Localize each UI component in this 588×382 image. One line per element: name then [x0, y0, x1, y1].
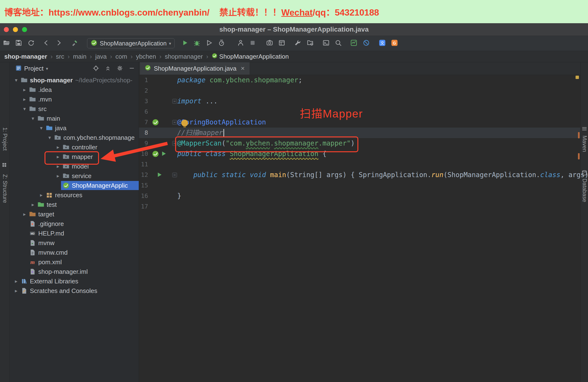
tree-row-test[interactable]: ▸test	[10, 200, 139, 209]
project-view-selector[interactable]: Project	[24, 65, 43, 72]
gutter[interactable]: 17	[139, 201, 177, 212]
tree-row-shopmanagerapplic[interactable]: ShopManagerApplic	[10, 181, 139, 190]
gutter[interactable]: 12−	[139, 170, 177, 180]
tree-row-pom-xml[interactable]: mpom.xml	[10, 257, 139, 267]
tree-row-com-ybchen-shopmanage[interactable]: ▾com.ybchen.shopmanage	[10, 133, 139, 142]
tool-window-button-maven[interactable]: Maven	[581, 135, 588, 152]
breadcrumb-item-src[interactable]: src	[56, 53, 64, 60]
run-configuration-selector[interactable]: ShopManagerApplication▾	[87, 38, 175, 48]
chevron-right-icon[interactable]: ▸	[20, 211, 29, 217]
project-structure-button[interactable]	[307, 40, 314, 47]
run-button[interactable]	[181, 40, 189, 47]
chevron-down-icon[interactable]: ▾	[37, 125, 45, 131]
gutter[interactable]: 9−	[139, 138, 177, 149]
chevron-down-icon[interactable]: ▾	[12, 77, 20, 83]
gutter[interactable]: 3−	[139, 96, 177, 107]
chevron-right-icon[interactable]: ▸	[54, 163, 62, 169]
hide-panel-button[interactable]	[129, 65, 135, 72]
chevron-down-icon[interactable]: ▾	[20, 106, 29, 112]
fold-marker-icon[interactable]: −	[172, 120, 177, 125]
gutter[interactable]: 11	[139, 159, 177, 170]
code-line-9[interactable]: 9−@MapperScan("com.ybchen.shopmanager.ma…	[139, 138, 580, 149]
layout-button[interactable]	[278, 40, 286, 47]
breadcrumb-item-shop-manager[interactable]: shop-manager	[4, 53, 47, 60]
close-tab-icon[interactable]: ×	[241, 65, 245, 72]
fold-marker-icon[interactable]: −	[172, 141, 177, 146]
gutter[interactable]: 16	[139, 191, 177, 201]
coverage-button[interactable]	[205, 40, 213, 47]
tree-row--idea[interactable]: ▸.idea	[10, 85, 139, 94]
gutter[interactable]: 10	[139, 149, 177, 159]
zoom-button[interactable]	[22, 27, 27, 32]
capture-button[interactable]	[266, 40, 273, 47]
chevron-right-icon[interactable]: ▸	[12, 278, 20, 284]
tool-window-button-z-structure[interactable]: Z: Structure	[2, 174, 8, 203]
tool-window-button-1-project[interactable]: 1: Project	[2, 127, 8, 151]
breadcrumb-item-shopmanagerapplication[interactable]: ShopManagerApplication	[212, 53, 289, 60]
tree-row-target[interactable]: ▸target	[10, 209, 139, 219]
code-line-7[interactable]: 7−@SpringBootApplication	[139, 117, 580, 128]
search-button[interactable]	[335, 40, 342, 47]
chevron-right-icon[interactable]: ▸	[29, 202, 37, 207]
code-line-8[interactable]: 8//扫描mapper	[139, 128, 580, 138]
tree-row-model[interactable]: ▸model	[10, 161, 139, 171]
back-button[interactable]	[42, 40, 50, 47]
save-button[interactable]	[15, 40, 22, 47]
tree-row-main[interactable]: ▾main	[10, 114, 139, 123]
chevron-right-icon[interactable]: ▸	[37, 192, 45, 198]
code-line-10[interactable]: 10public class ShopManagerApplication {	[139, 149, 580, 159]
code-line-12[interactable]: 12− public static void main(String[] arg…	[139, 170, 580, 180]
gutter[interactable]: 2	[139, 86, 177, 96]
menu-icon[interactable]	[582, 126, 587, 133]
code-line-2[interactable]: 2	[139, 86, 580, 96]
breadcrumb-item-ybchen[interactable]: ybchen	[136, 53, 156, 60]
ban-button[interactable]	[362, 40, 370, 47]
tree-row-src[interactable]: ▾src	[10, 104, 139, 114]
translate-button[interactable]: 文	[378, 40, 386, 47]
tree-row-controller[interactable]: ▸controller	[10, 142, 139, 152]
code-line-17[interactable]: 17	[139, 201, 580, 212]
breadcrumb-item-shopmanager[interactable]: shopmanager	[165, 53, 203, 60]
code-line-3[interactable]: 3−import ...	[139, 96, 580, 107]
code-editor[interactable]: 1package com.ybchen.shopmanager;23−impor…	[139, 75, 580, 382]
close-button[interactable]	[4, 27, 9, 32]
code-line-16[interactable]: 16}	[139, 191, 580, 201]
build-button[interactable]	[71, 40, 79, 47]
gear-icon[interactable]	[117, 65, 123, 72]
chevron-right-icon[interactable]: ▸	[54, 154, 62, 160]
open-button[interactable]	[3, 40, 10, 47]
tool-window-button-database[interactable]: Database	[581, 179, 588, 202]
run-anything-button[interactable]	[237, 40, 245, 47]
run-gutter-icon[interactable]	[156, 171, 163, 179]
chevron-right-icon[interactable]: ▸	[54, 144, 62, 150]
sync-button[interactable]	[27, 40, 35, 47]
tree-row-shop-manager[interactable]: ▾shop-manager~/IdeaProjects/shop-	[10, 75, 139, 85]
run-gutter-icon[interactable]	[160, 150, 168, 157]
chevron-right-icon[interactable]: ▸	[54, 173, 62, 179]
terminal-button[interactable]	[322, 40, 330, 47]
code-line-15[interactable]: 15	[139, 180, 580, 191]
chevron-right-icon[interactable]: ▸	[20, 87, 29, 93]
chevron-right-icon[interactable]: ▸	[12, 288, 20, 294]
tree-row-shop-manager-iml[interactable]: shop-manager.iml	[10, 267, 139, 276]
tree-row-mvnw-cmd[interactable]: mvnw.cmd	[10, 248, 139, 257]
tree-row--mvn[interactable]: ▸.mvn	[10, 94, 139, 104]
breadcrumb-item-java[interactable]: java	[95, 53, 107, 60]
debug-button[interactable]	[193, 40, 201, 47]
forward-button[interactable]	[55, 40, 63, 47]
chevron-down-icon[interactable]: ▾	[29, 116, 37, 121]
tab-shopmanagerapplication[interactable]: ShopManagerApplication.java ×	[140, 62, 250, 75]
code-line-6[interactable]: 6	[139, 107, 580, 117]
tree-row--gitignore[interactable]: .gitignore	[10, 219, 139, 228]
chevron-right-icon[interactable]: ▸	[20, 96, 29, 102]
code-line-1[interactable]: 1package com.ybchen.shopmanager;	[139, 75, 580, 86]
stop-button[interactable]	[249, 40, 256, 47]
spring-bean-gutter-icon[interactable]	[152, 119, 159, 126]
fold-marker-icon[interactable]: −	[172, 99, 177, 104]
tree-row-external-libraries[interactable]: ▸External Libraries	[10, 276, 139, 286]
breadcrumb-item-com[interactable]: com	[116, 53, 127, 60]
profiler-button[interactable]	[218, 40, 225, 47]
tree-row-help-md[interactable]: MDHELP.md	[10, 228, 139, 238]
minimize-button[interactable]	[13, 27, 18, 32]
locate-button[interactable]	[93, 65, 99, 72]
